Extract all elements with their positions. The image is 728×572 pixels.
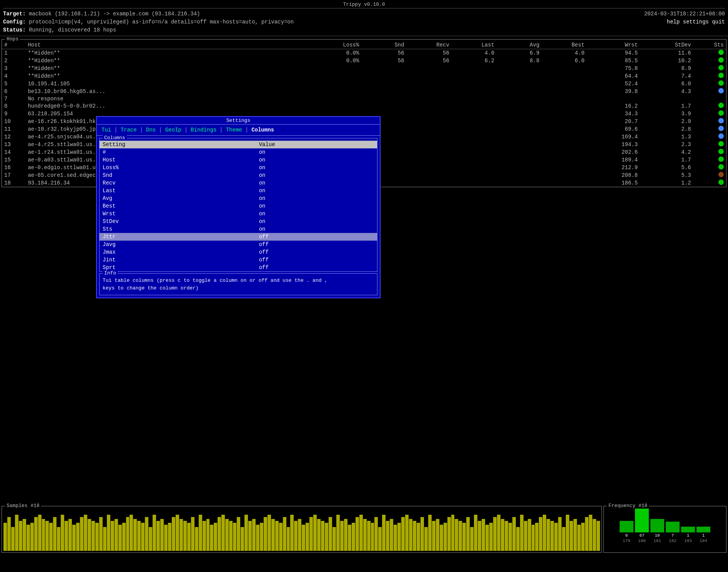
cell-stdev: 8.9 [640, 65, 693, 72]
tab-trace[interactable]: Trace [119, 126, 138, 134]
cell-num: 14 [2, 148, 25, 156]
sample-bar [585, 517, 588, 551]
sample-bar [260, 523, 263, 551]
col-setting-cell: Jmax [100, 248, 256, 256]
status-dot [718, 118, 724, 123]
config-line: Config: protocol=icmp(v4, unprivileged) … [3, 18, 644, 26]
sample-bar [405, 515, 409, 551]
cell-best [542, 125, 587, 133]
sample-bar [57, 527, 60, 551]
cell-num: 8 [2, 102, 25, 110]
cell-last [452, 156, 497, 164]
list-item[interactable]: Best on [100, 202, 377, 210]
cell-sts [693, 171, 726, 179]
sample-bar [65, 521, 68, 551]
list-item[interactable]: Avg on [100, 195, 377, 202]
col-setting-cell: Avg [100, 195, 256, 202]
table-row: 7 No response [2, 95, 726, 102]
sample-bar [225, 519, 229, 551]
col-value-cell: on [256, 148, 377, 156]
cell-wrst: 189.4 [587, 156, 640, 164]
cell-sts [693, 88, 726, 95]
columns-section-title: Columns [103, 135, 127, 141]
cell-sts [693, 141, 726, 148]
sample-bar [539, 517, 542, 551]
config-label: Config: [3, 19, 26, 25]
sample-bar [42, 519, 45, 551]
settings-link[interactable]: settings [683, 19, 709, 25]
sample-bar [237, 517, 240, 551]
col-setting-cell: Sprt [100, 264, 256, 271]
sample-bar [382, 515, 386, 551]
list-item[interactable]: Jint off [100, 256, 377, 264]
cell-avg: 6.9 [497, 49, 542, 57]
freq-count: 1 [702, 533, 705, 538]
cell-stdev [640, 95, 693, 102]
list-item[interactable]: Jttr off [100, 233, 377, 241]
cell-num: 11 [2, 125, 25, 133]
cell-stdev: 1.3 [640, 133, 693, 141]
tab-columns[interactable]: Columns [250, 126, 276, 134]
cell-wrst: 212.9 [587, 164, 640, 171]
status-dot [718, 172, 724, 177]
list-item[interactable]: Javg off [100, 241, 377, 248]
list-item[interactable]: StDev on [100, 218, 377, 225]
help-link[interactable]: help [667, 19, 680, 25]
sample-bar [367, 521, 371, 551]
sample-bar [386, 521, 389, 551]
cell-snd [361, 88, 406, 95]
list-item[interactable]: Last on [100, 187, 377, 195]
tab-theme[interactable]: Theme [224, 126, 244, 134]
list-item[interactable]: Recv on [100, 179, 377, 187]
table-row: 1 **Hidden** 0.0% 56 56 4.0 6.9 4.0 94.5… [2, 49, 726, 57]
sample-bar [30, 523, 34, 551]
sample-bar [597, 521, 600, 551]
sample-bar [390, 519, 393, 551]
list-item[interactable]: Sprt off [100, 264, 377, 271]
sample-bar [233, 523, 236, 551]
status-dot [718, 180, 724, 185]
cell-last [452, 171, 497, 179]
sample-bar [501, 519, 504, 551]
cell-snd [361, 65, 406, 72]
col-value-cell: off [256, 233, 377, 241]
sample-bar [505, 521, 508, 551]
sample-bar [573, 519, 577, 551]
col-last: Last [452, 41, 497, 49]
cell-host: **Hidden** [25, 49, 304, 57]
cell-sts [693, 133, 726, 141]
sample-bar [352, 523, 355, 551]
list-item[interactable]: Host on [100, 156, 377, 164]
freq-label: 183 [684, 539, 692, 543]
tab-dns[interactable]: Dns [145, 126, 157, 134]
cell-num: 1 [2, 49, 25, 57]
list-item[interactable]: Wrst on [100, 210, 377, 218]
list-item[interactable]: Loss% on [100, 164, 377, 171]
col-setting-cell: Host [100, 156, 256, 164]
main-content: Hops # Host Loss% Snd Recv Last Avg Best… [0, 39, 728, 554]
cell-wrst: 194.3 [587, 141, 640, 148]
tab-geoip[interactable]: GeoIp [164, 126, 183, 134]
sample-bar [554, 523, 558, 551]
sample-bar [440, 525, 443, 551]
cell-sts [693, 102, 726, 110]
sample-bar [290, 515, 294, 551]
cell-num: 16 [2, 164, 25, 171]
freq-count: 7 [671, 533, 674, 538]
list-item[interactable]: # on [100, 148, 377, 156]
cell-last [452, 102, 497, 110]
list-item[interactable]: Snd on [100, 171, 377, 179]
list-item[interactable]: Sts on [100, 225, 377, 233]
cell-num: 17 [2, 171, 25, 179]
quit-link[interactable]: quit [712, 19, 725, 25]
status-dot [718, 80, 724, 86]
freq-bar [666, 522, 680, 532]
cell-last [452, 118, 497, 125]
tab-tui[interactable]: Tui [100, 126, 113, 134]
cell-snd [361, 72, 406, 80]
cell-wrst: 202.6 [587, 148, 640, 156]
tab-bindings[interactable]: Bindings [189, 126, 218, 134]
cell-stdev: 2.3 [640, 141, 693, 148]
list-item[interactable]: Jmax off [100, 248, 377, 256]
top-bar-info: Target: macbook (192.168.1.21) -> exampl… [3, 10, 725, 34]
